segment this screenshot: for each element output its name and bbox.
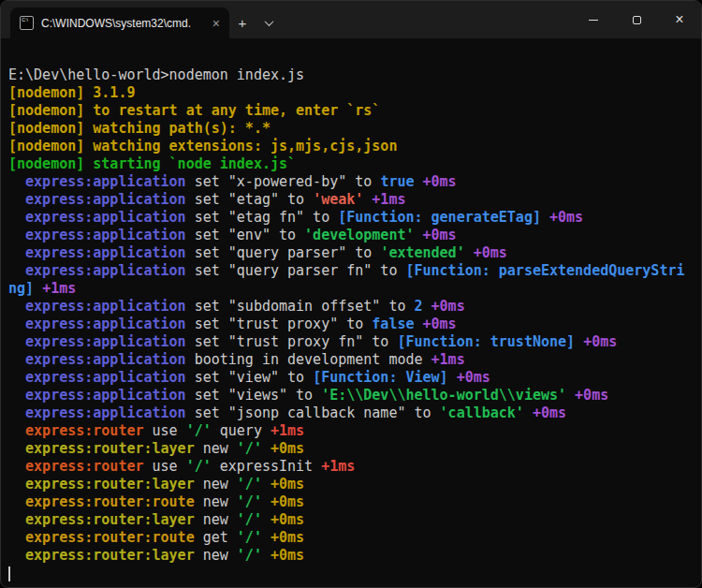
terminal-text-segment: new [195,440,237,457]
terminal-text-segment: set "jsonp callback name" to [186,404,440,421]
new-tab-button[interactable]: + [229,7,256,38]
minimize-button[interactable] [572,1,615,38]
terminal-text-segment [8,262,25,279]
terminal-text-segment: 'extended' [380,244,464,261]
terminal-text-segment [524,404,533,421]
terminal-content[interactable]: E:\Dev\hello-world>nodemon index.js[node… [1,38,701,587]
terminal-text-segment: +0ms [474,244,507,261]
terminal-line: express:application set "jsonp callback … [8,404,694,422]
close-icon: × [675,12,683,27]
terminal-text-segment [575,333,583,350]
terminal-text-segment [8,316,25,332]
terminal-text-segment: get [195,529,237,546]
terminal-text-segment: '/' [237,547,262,564]
terminal-text-segment: +1ms [271,422,304,439]
terminal-text-segment: express:router:layer [25,511,195,528]
window-controls: × [572,1,701,38]
maximize-button[interactable] [615,1,658,38]
terminal-line: express:application set "views" to 'E:\\… [8,387,694,404]
close-button[interactable]: × [658,1,701,38]
tab-dropdown-button[interactable] [256,7,282,38]
terminal-text-segment [8,440,25,457]
terminal-text-segment [8,191,25,208]
terminal-line: [nodemon] 3.1.9 [8,84,694,102]
terminal-text-segment: '/' [186,458,212,475]
terminal-text-segment: booting in development mode [186,351,431,368]
tab-title: C:\WINDOWS\system32\cmd. [41,17,201,30]
terminal-text-segment: express:application [25,369,186,386]
terminal-text-segment [465,244,474,261]
terminal-line: express:router use '/' query +1ms [8,422,694,440]
terminal-text-segment: express:application [25,316,186,332]
terminal-text-segment [8,458,25,475]
terminal-text-segment: 'callback' [440,404,524,421]
terminal-text-segment: express:router:route [25,529,195,546]
terminal-text-segment [363,191,372,208]
terminal-text-segment [8,227,25,243]
terminal-text-segment: express:application [25,298,186,315]
terminal-text-segment [8,173,25,190]
terminal-text-segment: +0ms [271,493,304,510]
terminal-text-segment: '/' [237,476,262,492]
terminal-text-segment [8,298,25,315]
terminal-text-segment [8,422,25,439]
terminal-text-segment: 'E:\\Dev\\hello-world\\views' [321,387,566,404]
terminal-text-segment: [Function: View] [313,369,448,386]
terminal-output: E:\Dev\hello-world>nodemon index.js[node… [8,66,694,582]
terminal-line: express:router:layer new '/' +0ms [8,476,694,493]
terminal-text-segment: set "query parser" to [186,244,381,261]
titlebar: C:\ C:\WINDOWS\system32\cmd. × + × [1,1,701,38]
terminal-text-segment: express:router:route [25,493,195,510]
terminal-line: express:router:layer new '/' +0ms [8,547,694,565]
terminal-line: express:application set "view" to [Funct… [8,369,694,387]
terminal-text-segment: +1ms [42,280,76,297]
terminal-text-segment: +0ms [271,547,304,564]
terminal-text-segment: ng] [8,280,34,297]
terminal-text-segment [8,209,25,226]
terminal-text-segment: express:router:layer [25,440,195,457]
tab-close-button[interactable]: × [209,15,224,32]
terminal-line: express:router:layer new '/' +0ms [8,511,694,529]
terminal-text-segment: +0ms [575,387,608,404]
terminal-text-segment: express:application [25,404,186,421]
terminal-cursor [8,566,10,581]
terminal-line: express:router:route new '/' +0ms [8,493,694,511]
terminal-text-segment: express:application [25,227,186,243]
terminal-text-segment: +1ms [431,351,465,368]
terminal-text-segment [262,493,271,510]
terminal-text-segment: '/' [237,529,262,546]
terminal-text-segment: 'weak' [313,191,363,208]
terminal-text-segment: +0ms [271,440,304,457]
terminal-text-segment: set "trust proxy fn" to [186,333,398,350]
terminal-text-segment [8,493,25,510]
terminal-line: ng] +1ms [8,280,694,298]
terminal-text-segment: query [212,422,271,439]
terminal-text-segment: [Function: generateETag] [338,209,541,226]
terminal-text-segment [8,476,25,492]
terminal-text-segment: '/' [237,493,262,510]
terminal-text-segment [541,209,549,226]
terminal-text-segment [8,511,25,528]
terminal-tab[interactable]: C:\ C:\WINDOWS\system32\cmd. × [10,7,229,38]
terminal-text-segment: set "query parser fn" to [186,262,406,279]
terminal-text-segment: express:router:layer [25,547,195,564]
terminal-text-segment: set "etag" to [186,191,313,208]
terminal-text-segment: +1ms [321,458,355,475]
terminal-text-segment: express:application [25,191,186,208]
terminal-text-segment: express:application [25,333,186,350]
terminal-text-segment [8,387,25,404]
terminal-window: C:\ C:\WINDOWS\system32\cmd. × + × E:\De… [0,0,702,588]
terminal-line: [nodemon] starting `node index.js` [8,155,694,173]
terminal-text-segment: +0ms [431,298,465,315]
terminal-line: express:router:layer new '/' +0ms [8,440,694,458]
terminal-text-segment: set "subdomain offset" to [186,298,415,315]
terminal-text-segment: +0ms [271,511,304,528]
terminal-text-segment: expressInit [212,458,321,475]
terminal-text-segment: 2 [415,298,423,315]
terminal-line: express:application set "query parser fn… [8,262,694,280]
terminal-text-segment: [nodemon] watching extensions: js,mjs,cj… [8,138,397,154]
terminal-text-segment: [Function: parseExtendedQueryStri [405,262,684,279]
terminal-line: [nodemon] to restart at any time, enter … [8,102,694,120]
terminal-line: express:router use '/' expressInit +1ms [8,458,694,476]
terminal-text-segment: +0ms [271,476,304,492]
